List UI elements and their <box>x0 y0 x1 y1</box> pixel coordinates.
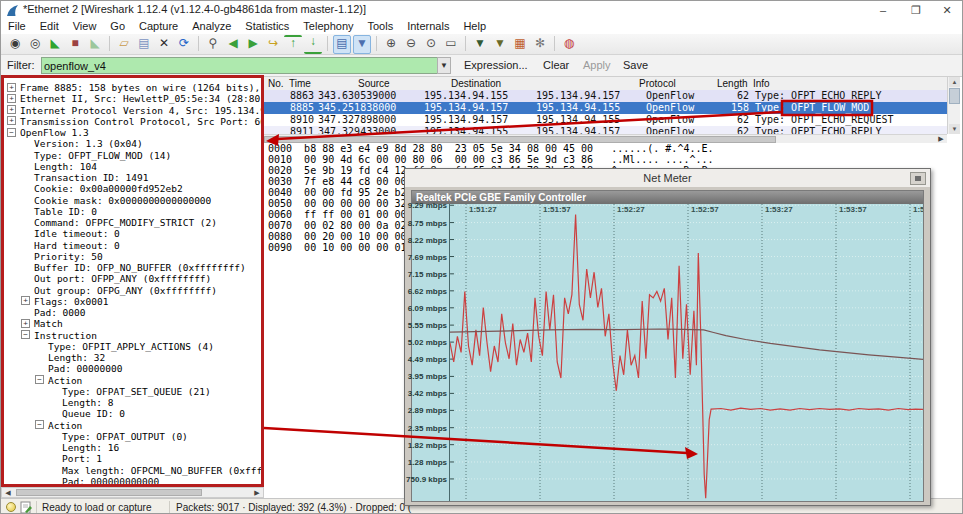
scroll-left-icon[interactable]: ◀ <box>2 488 14 497</box>
apply-button[interactable]: Apply <box>583 59 611 71</box>
detail-line[interactable]: Cookie mask: 0x0000000000000000 <box>34 195 211 206</box>
column-header-time[interactable]: Time <box>289 78 311 89</box>
packet-list-vscrollbar[interactable]: ▲ ▼ <box>947 77 960 134</box>
detail-line[interactable]: Type: OFPIT_APPLY_ACTIONS (4) <box>48 341 214 352</box>
filter-dropdown-icon[interactable]: ▼ <box>437 57 451 74</box>
clear-button[interactable]: Clear <box>543 59 569 71</box>
restore-button[interactable]: ❐ <box>903 2 929 18</box>
hex-row-0040[interactable]: 0040 00 00 fd 95 2e b2 <box>268 187 406 198</box>
detail-line[interactable]: Instruction <box>34 330 97 341</box>
detail-line[interactable]: Length: 16 <box>62 442 119 453</box>
find-packet-icon[interactable]: ⚲ <box>204 35 222 52</box>
detail-line[interactable]: Transmission Control Protocol, Src Port:… <box>20 116 264 127</box>
scroll-right-icon[interactable]: ▶ <box>251 488 263 497</box>
preferences-icon[interactable]: ✻ <box>531 35 549 52</box>
collapse-icon[interactable]: − <box>7 128 16 137</box>
detail-line[interactable]: Command: OFPFC_MODIFY_STRICT (2) <box>34 217 217 228</box>
close-button[interactable]: ✕ <box>934 2 960 18</box>
capture-stop-icon[interactable]: ■ <box>66 35 84 52</box>
coloring-rules-icon[interactable]: ▦ <box>511 35 529 52</box>
menu-statistics[interactable]: Statistics <box>238 19 296 34</box>
capture-interfaces-icon[interactable]: ◉ <box>6 35 24 52</box>
column-header-destination[interactable]: Destination <box>451 78 501 89</box>
capture-restart-icon[interactable]: ◣ <box>86 35 104 52</box>
menu-telephony[interactable]: Telephony <box>296 19 360 34</box>
collapse-icon[interactable]: − <box>35 375 44 384</box>
column-header-length[interactable]: Length <box>717 78 748 89</box>
colorize-toggle-icon[interactable]: ▤ <box>333 35 351 54</box>
zoom-in-icon[interactable]: ⊕ <box>382 35 400 52</box>
expand-icon[interactable]: + <box>7 105 16 114</box>
expression-button[interactable]: Expression... <box>464 59 528 71</box>
detail-line[interactable]: Priority: 50 <box>34 251 103 262</box>
column-header-protocol[interactable]: Protocol <box>639 78 676 89</box>
goto-top-icon[interactable]: ↑ <box>284 35 302 54</box>
help-icon[interactable]: ◍ <box>560 35 578 52</box>
goto-bottom-icon[interactable]: ↓ <box>304 35 322 54</box>
detail-line[interactable]: Port: 1 <box>62 453 102 464</box>
expert-info-led-icon[interactable] <box>6 502 16 512</box>
detail-line[interactable]: Buffer ID: OFP_NO_BUFFER (0xffffffff) <box>34 262 246 273</box>
detail-line[interactable]: Internet Protocol Version 4, Src: 195.13… <box>20 105 264 116</box>
detail-line[interactable]: Type: OFPAT_SET_QUEUE (21) <box>62 386 211 397</box>
minimize-button[interactable]: – <box>870 2 896 18</box>
open-file-icon[interactable]: ▱ <box>115 35 133 52</box>
capture-filters-icon[interactable]: ▼ <box>471 35 489 52</box>
column-header-source[interactable]: Source <box>358 78 390 89</box>
detail-line[interactable]: Pad: 0000 <box>34 307 85 318</box>
hex-row-0080[interactable]: 0080 00 20 00 10 00 00 <box>268 231 406 242</box>
hex-row-0050[interactable]: 0050 00 00 00 00 00 32 <box>268 198 406 209</box>
detail-line[interactable]: Match <box>34 318 63 329</box>
menu-capture[interactable]: Capture <box>132 19 185 34</box>
detail-line[interactable]: Ethernet II, Src: HewlettP_05:5e:34 (28:… <box>20 93 264 104</box>
net-meter-title[interactable]: Net Meter <box>405 169 930 187</box>
detail-line[interactable]: Version: 1.3 (0x04) <box>34 138 143 149</box>
goto-packet-icon[interactable]: ↪ <box>264 35 282 52</box>
save-file-icon[interactable]: ▤ <box>135 35 153 52</box>
hex-row-0010[interactable]: 0010 00 90 4d 6c 00 00 80 06 00 00 c3 86… <box>268 154 714 165</box>
column-header-info[interactable]: Info <box>753 78 770 89</box>
scrollbar-thumb[interactable] <box>16 489 202 496</box>
menu-view[interactable]: View <box>66 19 104 34</box>
detail-line[interactable]: Table ID: 0 <box>34 206 97 217</box>
detail-line[interactable]: Queue ID: 0 <box>62 408 125 419</box>
detail-line[interactable]: Transaction ID: 1491 <box>34 172 148 183</box>
detail-line[interactable]: OpenFlow 1.3 <box>20 127 89 138</box>
scrollbar-thumb[interactable] <box>264 136 776 143</box>
zoom-out-icon[interactable]: ⊖ <box>402 35 420 52</box>
detail-line[interactable]: Out group: OFPG_ANY (0xffffffff) <box>34 285 217 296</box>
filter-input[interactable] <box>41 57 441 74</box>
save-button[interactable]: Save <box>623 59 648 71</box>
detail-line[interactable]: Type: OFPT_FLOW_MOD (14) <box>34 150 171 161</box>
detail-line[interactable]: Out port: OFPP_ANY (0xffffffff) <box>34 273 211 284</box>
expand-icon[interactable]: + <box>7 116 16 125</box>
collapse-icon[interactable]: − <box>35 420 44 429</box>
resize-columns-icon[interactable]: ▭ <box>442 35 460 52</box>
hex-row-0070[interactable]: 0070 00 02 80 00 0a 02 <box>268 220 406 231</box>
detail-line[interactable]: Type: OFPAT_OUTPUT (0) <box>62 431 188 442</box>
net-meter-close-button[interactable] <box>910 172 926 185</box>
menu-edit[interactable]: Edit <box>33 19 66 34</box>
expand-icon[interactable]: + <box>21 319 30 328</box>
detail-line[interactable]: Max length: OFPCML_NO_BUFFER (0xffff) <box>62 465 264 476</box>
menu-internals[interactable]: Internals <box>400 19 456 34</box>
autoscroll-toggle-icon[interactable]: ▼ <box>353 35 371 54</box>
scrollbar-thumb[interactable] <box>949 88 960 104</box>
expand-icon[interactable]: + <box>21 296 30 305</box>
expand-icon[interactable]: + <box>7 83 16 92</box>
detail-line[interactable]: Length: 104 <box>34 161 97 172</box>
detail-line[interactable]: Idle timeout: 0 <box>34 228 120 239</box>
menu-go[interactable]: Go <box>103 19 132 34</box>
capture-start-icon[interactable]: ◣ <box>46 35 64 52</box>
collapse-icon[interactable]: − <box>21 330 30 339</box>
scroll-right-icon[interactable]: ▶ <box>935 135 947 143</box>
hex-row-0060[interactable]: 0060 ff ff 00 01 00 00 <box>268 209 406 220</box>
menu-analyze[interactable]: Analyze <box>185 19 238 34</box>
detail-line[interactable]: Action <box>48 420 82 431</box>
zoom-100-icon[interactable]: ⊙ <box>422 35 440 52</box>
menu-file[interactable]: File <box>1 19 33 34</box>
capture-options-icon[interactable]: ◎ <box>26 35 44 52</box>
display-filters-icon[interactable]: ▼ <box>491 35 509 52</box>
go-forward-icon[interactable]: ▶ <box>244 35 262 52</box>
capture-comment-icon[interactable] <box>20 501 32 514</box>
